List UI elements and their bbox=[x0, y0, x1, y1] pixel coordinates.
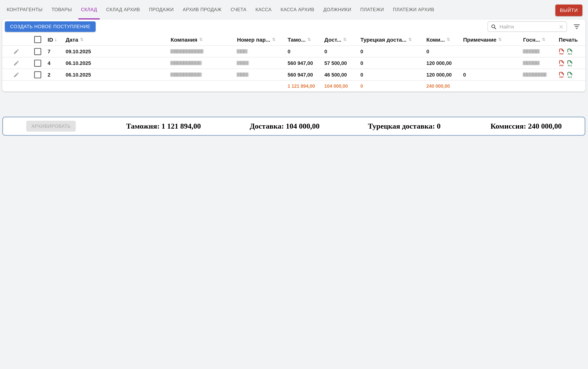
header-delivery[interactable]: Дост... ⇅ bbox=[322, 37, 358, 42]
print-pdf-icon[interactable]: PDF bbox=[559, 71, 564, 78]
search-input[interactable] bbox=[499, 23, 559, 30]
header-date[interactable]: Дата ⇅ bbox=[63, 37, 168, 42]
header-gos-label: Госн... bbox=[523, 37, 540, 42]
totals-turkish-delivery: 0 bbox=[358, 83, 424, 89]
edit-pencil-icon[interactable] bbox=[13, 48, 19, 55]
commission-cell: 0 bbox=[424, 49, 460, 54]
select-cell bbox=[30, 48, 45, 55]
company-cell bbox=[168, 72, 234, 77]
redacted-party-number bbox=[237, 49, 248, 54]
print-xls-icon[interactable]: XLS bbox=[567, 71, 573, 78]
redacted-company bbox=[171, 61, 201, 65]
sort-icon: ⇅ bbox=[80, 37, 84, 42]
edit-pencil-icon[interactable] bbox=[13, 60, 19, 66]
select-cell bbox=[30, 71, 45, 78]
date-cell: 06.10.2025 bbox=[63, 60, 168, 66]
tab-tovary[interactable]: ТОВАРЫ bbox=[49, 0, 75, 20]
gos-number-cell bbox=[520, 72, 557, 77]
tab-arhiv-prodazh[interactable]: АРХИВ ПРОДАЖ bbox=[180, 0, 224, 20]
summary-delivery: Доставка: 104 000,00 bbox=[250, 117, 320, 135]
print-pdf-icon[interactable]: PDF bbox=[559, 48, 564, 55]
tab-scheta[interactable]: СЧЕТА bbox=[228, 0, 249, 20]
commission-cell: 120 000,00 bbox=[424, 72, 460, 77]
tab-platezhi[interactable]: ПЛАТЕЖИ bbox=[358, 0, 387, 20]
totals-row: 1 121 894,00 104 000,00 0 240 000,00 bbox=[2, 80, 585, 92]
redacted-gos-number bbox=[523, 72, 546, 77]
create-receipt-button[interactable]: СОЗДАТЬ НОВОЕ ПОСТУПЛЕНИЕ bbox=[5, 21, 96, 32]
redacted-gos-number bbox=[523, 61, 540, 65]
header-commission-label: Коми... bbox=[426, 37, 445, 42]
select-all-checkbox[interactable] bbox=[34, 36, 41, 43]
table-row: 4 06.10.2025 560 947,00 57 500,00 0 120 … bbox=[2, 57, 585, 69]
row-checkbox[interactable] bbox=[34, 48, 41, 55]
totals-delivery: 104 000,00 bbox=[322, 83, 358, 89]
row-checkbox[interactable] bbox=[34, 71, 41, 78]
header-note[interactable]: Примечание ⇅ bbox=[460, 37, 520, 42]
tab-kontragenty[interactable]: КОНТРАГЕНТЫ bbox=[4, 0, 45, 20]
tab-kassa[interactable]: КАССА bbox=[253, 0, 274, 20]
print-pdf-icon[interactable]: PDF bbox=[559, 59, 564, 67]
tab-platezhi-arhiv[interactable]: ПЛАТЕЖИ АРХИВ bbox=[390, 0, 437, 20]
edit-pencil-icon[interactable] bbox=[13, 72, 19, 78]
delivery-cell: 46 500,00 bbox=[322, 72, 358, 77]
header-turkish-delivery[interactable]: Турецкая доста... ⇅ bbox=[358, 37, 424, 42]
summary-commission: Комиссия: 240 000,00 bbox=[490, 117, 562, 135]
summary-bar: АРХИВИРОВАТЬ Таможня: 1 121 894,00 Доста… bbox=[2, 117, 585, 136]
totals-commission: 240 000,00 bbox=[424, 83, 460, 89]
edit-cell bbox=[2, 72, 30, 78]
header-id[interactable]: ID ↓ bbox=[45, 37, 63, 42]
print-xls-icon[interactable]: XLS bbox=[567, 59, 573, 67]
summary-turkish-delivery: Турецкая доставка: 0 bbox=[368, 117, 441, 135]
tab-kassa-arhiv[interactable]: КАССА АРХИВ bbox=[278, 0, 317, 20]
redacted-company bbox=[171, 72, 201, 77]
tab-sklad-arhiv[interactable]: СКЛАД АРХИВ bbox=[103, 0, 143, 20]
select-cell bbox=[30, 59, 45, 67]
clear-search-icon[interactable] bbox=[559, 24, 564, 29]
turkish-delivery-cell: 0 bbox=[358, 49, 424, 54]
logout-button[interactable]: ВЫЙТИ bbox=[555, 4, 582, 16]
app-root: КОНТРАГЕНТЫ ТОВАРЫ СКЛАД СКЛАД АРХИВ ПРО… bbox=[0, 0, 588, 369]
delivery-cell: 57 500,00 bbox=[322, 60, 358, 66]
header-date-label: Дата bbox=[66, 37, 78, 42]
header-company[interactable]: Компания ⇅ bbox=[168, 37, 234, 42]
sort-icon: ⇅ bbox=[447, 37, 450, 42]
tab-prodazhi[interactable]: ПРОДАЖИ bbox=[146, 0, 176, 20]
archive-button[interactable]: АРХИВИРОВАТЬ bbox=[26, 121, 76, 132]
svg-text:PDF: PDF bbox=[559, 76, 564, 78]
turkish-delivery-cell: 0 bbox=[358, 72, 424, 77]
svg-text:XLS: XLS bbox=[568, 76, 572, 78]
tab-sklad[interactable]: СКЛАД bbox=[78, 0, 100, 20]
print-cell: PDF XLS bbox=[557, 48, 585, 55]
edit-cell bbox=[2, 48, 30, 55]
header-party-number[interactable]: Номер пар... ⇅ bbox=[234, 37, 285, 42]
party-number-cell bbox=[234, 49, 285, 54]
header-turkish-label: Турецкая доста... bbox=[360, 37, 406, 42]
id-cell: 4 bbox=[45, 60, 63, 66]
filter-list-icon[interactable] bbox=[573, 24, 580, 29]
commission-cell: 120 000,00 bbox=[424, 60, 460, 66]
print-xls-icon[interactable]: XLS bbox=[567, 48, 573, 55]
row-checkbox[interactable] bbox=[34, 59, 41, 67]
header-select-all bbox=[30, 36, 45, 43]
sort-desc-icon: ↓ bbox=[54, 37, 57, 42]
search-box[interactable] bbox=[487, 21, 567, 32]
sort-icon: ⇅ bbox=[408, 37, 412, 42]
sort-icon: ⇅ bbox=[199, 37, 203, 42]
header-print-label: Печать bbox=[559, 37, 578, 42]
header-customs[interactable]: Тамо... ⇅ bbox=[285, 37, 322, 42]
header-commission[interactable]: Коми... ⇅ bbox=[424, 37, 460, 42]
toolbar: СОЗДАТЬ НОВОЕ ПОСТУПЛЕНИЕ bbox=[2, 20, 585, 34]
header-delivery-label: Дост... bbox=[324, 37, 341, 42]
header-customs-label: Тамо... bbox=[288, 37, 306, 42]
sort-icon: ⇅ bbox=[308, 37, 311, 42]
svg-text:XLS: XLS bbox=[568, 52, 572, 55]
header-gos-number[interactable]: Госн... ⇅ bbox=[520, 37, 557, 42]
customs-cell: 560 947,00 bbox=[285, 72, 322, 77]
svg-text:PDF: PDF bbox=[559, 52, 564, 55]
edit-cell bbox=[2, 60, 30, 66]
header-print: Печать bbox=[557, 37, 585, 42]
tab-dolzhniki[interactable]: ДОЛЖНИКИ bbox=[321, 0, 354, 20]
redacted-company bbox=[171, 49, 204, 54]
customs-cell: 0 bbox=[285, 49, 322, 54]
summary-customs: Таможня: 1 121 894,00 bbox=[126, 117, 201, 135]
